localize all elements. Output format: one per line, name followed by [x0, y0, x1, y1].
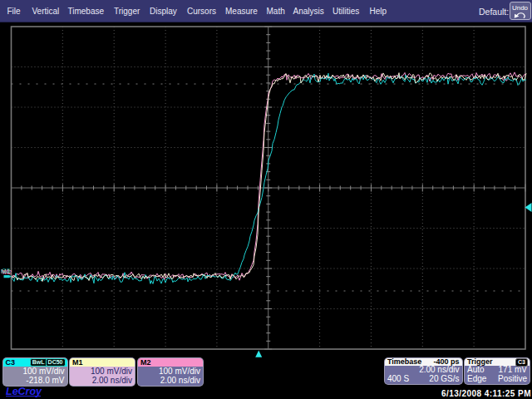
- svg-text:C3: C3: [2, 267, 11, 274]
